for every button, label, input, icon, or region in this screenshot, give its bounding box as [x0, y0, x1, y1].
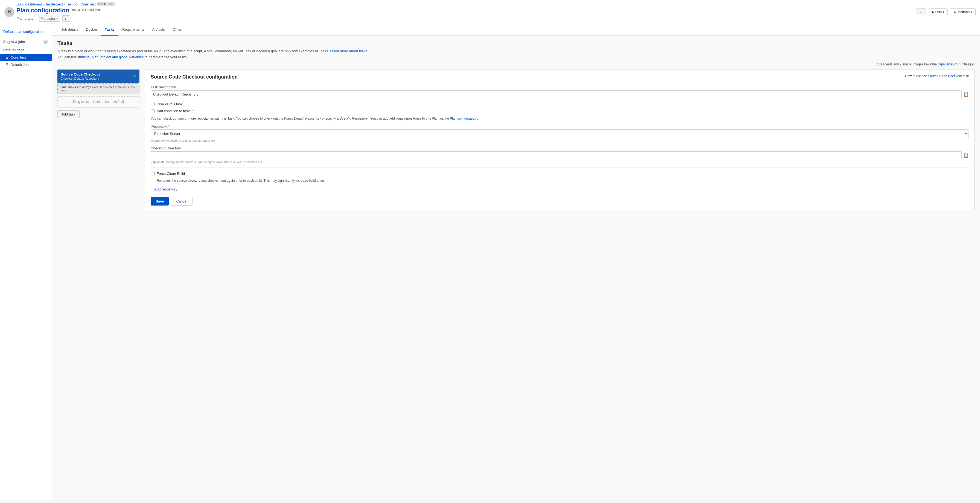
- actions-button[interactable]: ⚙ Actions ▾: [950, 8, 975, 15]
- actions-label: Actions: [958, 10, 970, 14]
- tabs: Job details Docker Tasks Requirements Ar…: [52, 24, 980, 35]
- task-description-input[interactable]: [151, 90, 962, 98]
- sidebar-item-default-job[interactable]: ☰ Default Job: [0, 61, 52, 69]
- add-repo-row: + Add repository: [151, 187, 969, 192]
- tab-tasks[interactable]: Tasks: [101, 24, 118, 35]
- task-description-group: Task description 📋: [151, 85, 969, 98]
- breadcrumb-sep-1: /: [43, 2, 44, 6]
- variables-link[interactable]: runtime, plan, project and global variab…: [78, 55, 144, 59]
- plan-branch-text: Plan branch:: [16, 16, 37, 21]
- breadcrumb-testproject[interactable]: TestProject: [45, 2, 63, 6]
- sidebar-core-test-label: Core Test: [11, 55, 26, 59]
- drag-area: Drag tasks here to make them final: [57, 96, 140, 107]
- checkout-copy-icon[interactable]: 📋: [963, 153, 969, 158]
- breadcrumb: Build dashboard / TestProject / Testing …: [16, 2, 115, 6]
- stages-jobs-count: 2: [43, 40, 48, 44]
- tab-job-details[interactable]: Job details: [57, 24, 82, 35]
- branch-select[interactable]: ⑂ master ▾: [38, 15, 60, 22]
- breadcrumb-build-dashboard[interactable]: Build dashboard: [16, 2, 42, 6]
- logo: B: [5, 7, 14, 17]
- default-branch-label: DEFAULT BRANCH: [72, 8, 102, 12]
- list-icon-2: ☰: [5, 63, 8, 67]
- tasks-title: Tasks: [57, 40, 975, 46]
- task-item-subtitle: Checkout Default Repository: [61, 77, 100, 80]
- task-item-source-checkout[interactable]: Source Code Checkout Checkout Default Re…: [57, 70, 140, 83]
- compare-button[interactable]: ⇄: [62, 15, 70, 22]
- learn-more-link[interactable]: Learn more about tasks.: [330, 49, 368, 53]
- force-clean-row: Force Clean Build: [151, 172, 969, 176]
- task-item-info: Source Code Checkout Checkout Default Re…: [61, 72, 100, 80]
- actions-chevron-icon: ▾: [971, 10, 972, 13]
- add-repository-link[interactable]: + Add repository: [151, 187, 969, 192]
- add-repo-label: Add repository: [154, 187, 177, 191]
- repository-label: Repository*: [151, 124, 969, 128]
- save-button[interactable]: Save: [151, 197, 169, 206]
- add-condition-checkbox[interactable]: [151, 109, 154, 113]
- task-close-button[interactable]: ✕: [133, 73, 136, 79]
- list-icon: ☰: [5, 56, 8, 59]
- page-title: Plan configuration: [16, 7, 69, 14]
- sidebar-stages-jobs[interactable]: Stages & jobs 2: [0, 38, 52, 45]
- checkout-dir-hint: (Optional) Specify an alternative sub-di…: [151, 160, 969, 164]
- breadcrumb-core-test[interactable]: Core Test: [80, 2, 95, 6]
- sidebar-default-plan[interactable]: Default plan configuration: [0, 27, 52, 36]
- cancel-button[interactable]: Cancel: [171, 197, 192, 206]
- checkout-dir-group: Checkout Directory 📋 (Optional) Specify …: [151, 146, 969, 164]
- plus-icon: +: [151, 187, 153, 192]
- help-circle-icon[interactable]: ?: [192, 109, 194, 113]
- branch-chevron-icon: ▾: [56, 17, 58, 20]
- task-item-title: Source Code Checkout: [61, 72, 100, 77]
- separator: [151, 168, 969, 168]
- final-tasks-bar: Final tasks Are always executed even if …: [57, 83, 140, 94]
- tab-other[interactable]: Other: [169, 24, 185, 35]
- tab-docker[interactable]: Docker: [82, 24, 101, 35]
- copy-icon[interactable]: 📋: [963, 92, 969, 97]
- checkout-dir-input-row: 📋: [151, 151, 969, 159]
- sidebar-stages-jobs-label: Stages & jobs: [3, 40, 25, 44]
- capabilities-link[interactable]: capabilities: [938, 62, 954, 66]
- breadcrumb-sep-3: /: [78, 2, 80, 6]
- sidebar-item-core-test[interactable]: ☰ Core Test: [0, 54, 52, 61]
- disable-task-row: Disable this task: [151, 102, 969, 106]
- repository-group: Repository* Bitbucket Server Default Cus…: [151, 124, 969, 142]
- breadcrumb-sep-2: /: [64, 2, 65, 6]
- sidebar-default-stage: Default Stage: [0, 46, 52, 54]
- tasks-variables: You can use runtime, plan, project and g…: [57, 55, 975, 59]
- sidebar: Default plan configuration Stages & jobs…: [0, 24, 52, 500]
- agents-info: 110 agents and 7 elastic images have the…: [57, 62, 975, 66]
- config-help-link[interactable]: How to use the Source Code Checkout task: [905, 74, 969, 78]
- force-clean-desc: Removes the source directory and checks …: [157, 179, 969, 183]
- disable-task-checkbox[interactable]: [151, 102, 154, 106]
- form-actions: Save Cancel: [151, 197, 969, 206]
- repo-description: You can check out one or more repositori…: [151, 116, 969, 121]
- checkout-dir-input[interactable]: [151, 151, 962, 159]
- sidebar-default-job-label: Default Job: [11, 63, 29, 67]
- repository-select[interactable]: Bitbucket Server Default Custom: [151, 129, 969, 138]
- header-right: ✓ ▶ Run ▾ ⚙ Actions ▾: [916, 8, 976, 15]
- plan-config-link[interactable]: Plan configuration: [450, 117, 476, 120]
- plan-branch-row: Plan branch: ⑂ master ▾ ⇄: [16, 15, 115, 22]
- gear-icon: ⚙: [953, 10, 957, 14]
- task-description-input-row: 📋: [151, 90, 969, 98]
- default-note: Default always points to Plans default r…: [151, 139, 969, 142]
- add-task-button[interactable]: Add task: [57, 110, 80, 118]
- disable-task-label: Disable this task: [157, 102, 183, 106]
- status-check[interactable]: ✓: [916, 8, 926, 15]
- config-panel: Source Code Checkout configuration How t…: [145, 70, 975, 211]
- add-condition-label: Add condition to task: [157, 109, 190, 113]
- run-button[interactable]: ▶ Run ▾: [928, 8, 948, 15]
- task-description-label: Task description: [151, 85, 969, 89]
- tab-requirements[interactable]: Requirements: [118, 24, 148, 35]
- breadcrumb-testing[interactable]: Testing: [66, 2, 77, 6]
- run-chevron-icon: ▾: [943, 10, 944, 13]
- main-content: Job details Docker Tasks Requirements Ar…: [52, 24, 980, 500]
- title-row: Plan configuration DEFAULT BRANCH: [16, 6, 115, 14]
- config-title: Source Code Checkout configuration: [151, 74, 238, 80]
- header: B Build dashboard / TestProject / Testin…: [0, 0, 980, 24]
- add-condition-row: Add condition to task ?: [151, 109, 969, 113]
- force-clean-checkbox[interactable]: [151, 172, 154, 176]
- header-title-area: Build dashboard / TestProject / Testing …: [16, 2, 115, 22]
- help-link[interactable]: How to use the Source Code Checkout task: [905, 74, 969, 78]
- header-left: B Build dashboard / TestProject / Testin…: [5, 2, 115, 22]
- tab-artifacts[interactable]: Artifacts: [148, 24, 169, 35]
